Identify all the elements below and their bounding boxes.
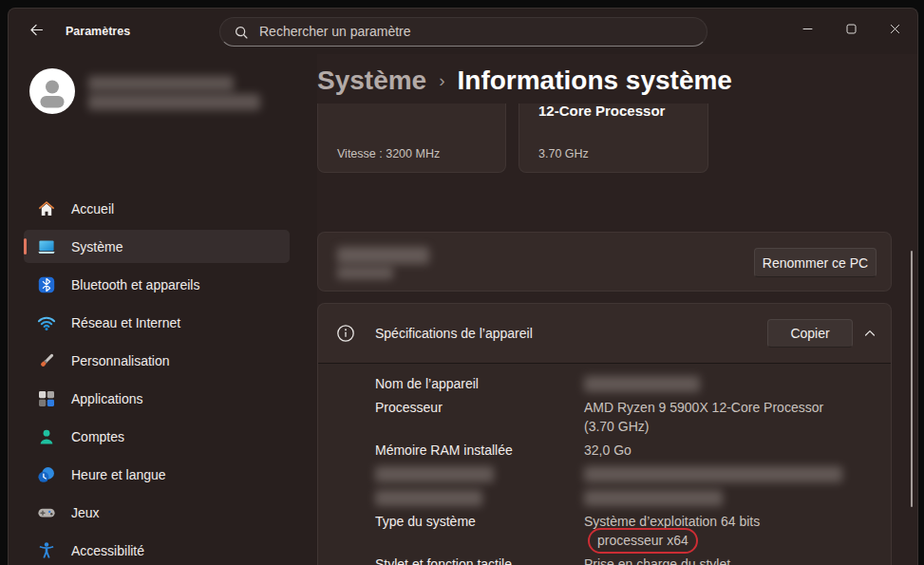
spec-label: Mémoire RAM installée (375, 441, 584, 460)
sidebar-item-label: Comptes (71, 429, 124, 444)
rename-pc-button[interactable]: Renommer ce PC (754, 248, 877, 277)
back-button[interactable] (18, 15, 54, 47)
time-language-icon (37, 465, 56, 484)
redacted-device-subtitle (337, 267, 393, 279)
sidebar-item-system[interactable]: Système (24, 230, 290, 263)
speed-caption: Vitesse : 3200 MHz (337, 147, 440, 160)
sidebar-item-label: Réseau et Internet (71, 315, 180, 330)
minimize-button[interactable] (785, 9, 829, 53)
account-header[interactable] (29, 68, 260, 118)
redacted-text (88, 76, 234, 91)
spec-label: Nom de l’appareil (375, 374, 584, 393)
sidebar-item-home[interactable]: Accueil (24, 192, 290, 225)
active-accent-bar (24, 238, 27, 254)
accounts-icon (37, 427, 56, 446)
titlebar: Paramètres (9, 9, 917, 54)
bluetooth-icon (37, 275, 56, 294)
sidebar-item-gaming[interactable]: Jeux (24, 496, 290, 529)
personalization-icon (37, 351, 56, 370)
redacted-text (584, 466, 842, 482)
search-box[interactable] (219, 17, 707, 47)
page-title: Informations système (458, 66, 732, 96)
spec-value (584, 488, 723, 507)
close-icon (888, 22, 902, 40)
sidebar-item-label: Accessibilité (71, 543, 144, 558)
spec-value: AMD Ryzen 9 5900X 12-Core Processor(3.70… (584, 398, 823, 436)
close-button[interactable] (873, 9, 916, 53)
scrollbar-thumb[interactable] (911, 251, 914, 507)
info-icon (336, 324, 355, 347)
sidebar-item-personalization[interactable]: Personnalisation (24, 344, 290, 377)
home-icon (37, 199, 56, 218)
spec-value: 32,0 Go (584, 441, 632, 460)
maximize-button[interactable] (829, 9, 873, 53)
spec-value: Prise en charge du stylet (584, 555, 730, 565)
processor-card-caption: 3.70 GHz (538, 147, 589, 160)
spec-row: ProcesseurAMD Ryzen 9 5900X 12-Core Proc… (375, 398, 868, 436)
spec-value: Système d’exploitation 64 bitsprocesseur… (584, 512, 868, 550)
annotation-red-ellipse: processeur x64 (588, 528, 698, 554)
spec-label: Type du système (375, 512, 584, 550)
sidebar: AccueilSystèmeBluetooth et appareilsRése… (9, 54, 317, 565)
specs-card-title: Spécifications de l’appareil (375, 326, 533, 341)
device-name-card: Renommer ce PC (317, 232, 892, 292)
sidebar-item-accounts[interactable]: Comptes (24, 420, 290, 453)
speed-overview-card[interactable]: Vitesse : 3200 MHz (317, 104, 506, 173)
spec-label: Processeur (375, 398, 584, 436)
back-arrow-icon (28, 22, 45, 42)
redacted-text (375, 466, 494, 482)
content-area: Système › Informations système Vitesse :… (317, 54, 917, 565)
redacted-device-name (337, 247, 429, 264)
spec-label (375, 464, 584, 483)
spec-value (584, 374, 700, 393)
spec-row: Mémoire RAM installée32,0 Go (375, 441, 868, 460)
sidebar-item-accessibility[interactable]: Accessibilité (24, 534, 290, 565)
network-icon (37, 313, 56, 332)
specs-expander-header[interactable]: Spécifications de l’appareil Copier (318, 304, 891, 363)
breadcrumb: Système › Informations système (317, 66, 732, 96)
sidebar-item-label: Accueil (71, 201, 114, 217)
sidebar-item-label: Système (71, 239, 123, 254)
sidebar-item-network[interactable]: Réseau et Internet (24, 306, 290, 339)
settings-window: Paramètres (8, 8, 918, 565)
gaming-icon (37, 503, 56, 522)
scroll-viewport: Vitesse : 3200 MHz 12-Core Processor 3.7… (317, 104, 892, 565)
device-specs-card: Spécifications de l’appareil Copier Nom … (317, 303, 892, 565)
redacted-text (584, 376, 700, 392)
spec-label (375, 488, 584, 507)
window-controls (785, 9, 916, 54)
sidebar-item-label: Personnalisation (71, 353, 170, 368)
breadcrumb-separator-icon: › (439, 70, 444, 91)
processor-overview-card[interactable]: 12-Core Processor 3.70 GHz (519, 104, 708, 173)
processor-card-title: 12-Core Processor (538, 104, 665, 119)
screenshot-stage: Paramètres (0, 0, 924, 565)
sidebar-item-bluetooth[interactable]: Bluetooth et appareils (24, 268, 290, 301)
breadcrumb-parent[interactable]: Système (317, 66, 426, 96)
app-title: Paramètres (66, 25, 130, 38)
account-name-redacted (88, 76, 260, 110)
copy-button[interactable]: Copier (767, 319, 853, 348)
specs-rows: Nom de l’appareilProcesseurAMD Ryzen 9 5… (318, 363, 891, 565)
redacted-text (584, 490, 723, 506)
spec-row (375, 464, 868, 483)
avatar (29, 68, 75, 118)
spec-row (375, 488, 868, 507)
sidebar-item-label: Applications (71, 391, 143, 406)
spec-row: Stylet et fonction tactilePrise en charg… (375, 555, 868, 565)
spec-label: Stylet et fonction tactile (375, 555, 584, 565)
redacted-text (88, 94, 260, 110)
maximize-icon (844, 22, 858, 40)
spec-value (584, 464, 842, 483)
spec-row: Nom de l’appareil (375, 374, 868, 393)
chevron-up-icon[interactable] (862, 326, 877, 345)
sidebar-item-time-language[interactable]: Heure et langue (24, 458, 290, 491)
sidebar-item-label: Bluetooth et appareils (71, 277, 199, 292)
search-input[interactable] (220, 18, 707, 46)
spec-row: Type du systèmeSystème d’exploitation 64… (375, 512, 868, 550)
sidebar-item-apps[interactable]: Applications (24, 382, 290, 415)
sidebar-item-label: Jeux (71, 505, 100, 520)
system-icon (37, 237, 56, 256)
accessibility-icon (37, 541, 56, 560)
sidebar-item-label: Heure et langue (71, 467, 166, 482)
redacted-text (375, 490, 482, 506)
